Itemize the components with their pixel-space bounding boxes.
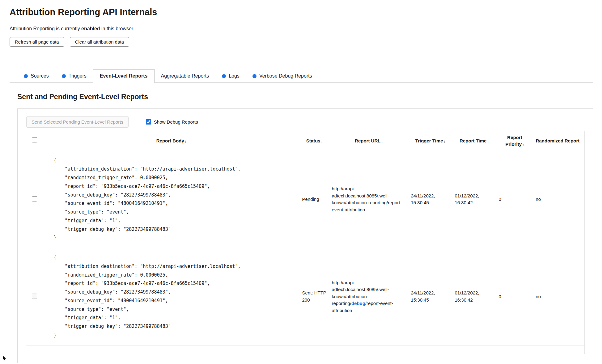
report-body-json: { "attribution_destination": "http://ara… (54, 254, 297, 340)
tab-sources[interactable]: Sources (17, 70, 55, 83)
sort-icon: ↕ (321, 139, 323, 143)
tab-event-level-reports[interactable]: Event-Level Reports (93, 69, 155, 83)
clear-all-button[interactable]: Clear all attribution data (70, 37, 129, 47)
header-report-priority[interactable]: Report Priority↕ (496, 131, 533, 151)
header-report-body[interactable]: Report Body↕ (43, 131, 300, 151)
table-footer-row (26, 345, 585, 354)
tab-label: Verbose Debug Reports (259, 73, 312, 79)
tab-triggers[interactable]: Triggers (55, 70, 93, 83)
tab-label: Event-Level Reports (100, 73, 148, 79)
panel-controls: Send Selected Pending Event-Level Report… (26, 116, 585, 128)
reports-table: Report Body↕ Status↕ Report URL↕ Trigger… (26, 131, 585, 354)
header-status[interactable]: Status↕ (300, 131, 329, 151)
header-report-url[interactable]: Report URL↕ (329, 131, 409, 151)
header-trigger-time[interactable]: Trigger Time↕ (409, 131, 452, 151)
tab-verbose-debug-reports[interactable]: Verbose Debug Reports (246, 70, 319, 83)
status-line: Attribution Reporting is currently enabl… (10, 26, 593, 32)
page-title: Attribution Reporting API Internals (10, 7, 593, 17)
table-header-row: Report Body↕ Status↕ Report URL↕ Trigger… (26, 131, 585, 151)
sort-icon: ↕ (487, 139, 489, 143)
report-status: Sent: HTTP 200 (300, 248, 329, 345)
sort-icon: ↕ (580, 139, 582, 143)
header-randomized-report[interactable]: Randomized Report↕ (533, 131, 585, 151)
randomized-report: no (533, 151, 585, 248)
show-debug-checkbox[interactable] (146, 119, 151, 125)
sort-icon: ↕ (185, 139, 187, 143)
status-text-suffix: in this browser. (100, 26, 134, 31)
status-text-prefix: Attribution Reporting is currently (10, 26, 81, 31)
tab-label: Sources (31, 73, 49, 79)
sort-icon: ↕ (444, 139, 446, 143)
header-report-time[interactable]: Report Time↕ (452, 131, 496, 151)
mouse-cursor-icon (2, 355, 7, 362)
section-heading: Sent and Pending Event-Level Reports (17, 93, 593, 101)
report-status: Pending (300, 151, 329, 248)
tab-bar: Sources Triggers Event-Level Reports Agg… (10, 69, 593, 83)
randomized-report: no (533, 248, 585, 345)
show-debug-toggle[interactable]: Show Debug Reports (146, 119, 198, 125)
sources-status-dot-icon (24, 74, 28, 78)
attribution-internals-page: Attribution Reporting API Internals Attr… (0, 0, 602, 364)
send-selected-reports-button[interactable]: Send Selected Pending Event-Level Report… (26, 116, 129, 128)
sort-icon: ↕ (381, 139, 383, 143)
refresh-all-button[interactable]: Refresh all page data (10, 37, 64, 47)
divider (10, 55, 593, 55)
reports-panel: Send Selected Pending Event-Level Report… (17, 108, 593, 363)
report-row-pending: { "attribution_destination": "http://ara… (26, 151, 585, 248)
report-priority: 0 (496, 248, 533, 345)
report-url: http://arapi-adtech.localhost:8085/.well… (329, 151, 409, 248)
verbose-debug-status-dot-icon (252, 74, 256, 78)
row-checkbox[interactable] (32, 294, 37, 299)
triggers-status-dot-icon (62, 74, 66, 78)
trigger-time: 24/11/2022, 15:30:45 (409, 248, 452, 345)
debug-link[interactable]: debug (351, 301, 365, 306)
report-url: http://arapi-adtech.localhost:8085/.well… (329, 248, 409, 345)
trigger-time: 24/11/2022, 15:30:45 (409, 151, 452, 248)
toolbar: Refresh all page data Clear all attribut… (10, 37, 593, 47)
show-debug-label: Show Debug Reports (154, 119, 198, 125)
tab-aggregatable-reports[interactable]: Aggregatable Reports (155, 70, 216, 83)
report-time: 01/12/2022, 16:30:42 (452, 151, 496, 248)
status-enabled-text: enabled (81, 26, 100, 31)
sort-icon: ↕ (522, 143, 524, 146)
tab-label: Logs (229, 73, 240, 79)
tab-logs[interactable]: Logs (215, 70, 246, 83)
tab-label: Triggers (69, 73, 87, 79)
select-all-checkbox[interactable] (32, 137, 37, 142)
report-url-text: http://arapi-adtech.localhost:8085/.well… (332, 186, 402, 212)
report-priority: 0 (496, 151, 533, 248)
tab-label: Aggregatable Reports (161, 73, 209, 79)
report-row-sent: { "attribution_destination": "http://ara… (26, 248, 585, 345)
report-body-json: { "attribution_destination": "http://ara… (54, 157, 297, 243)
logs-status-dot-icon (222, 74, 226, 78)
row-checkbox[interactable] (32, 196, 37, 201)
report-time: 01/12/2022, 16:30:42 (452, 248, 496, 345)
